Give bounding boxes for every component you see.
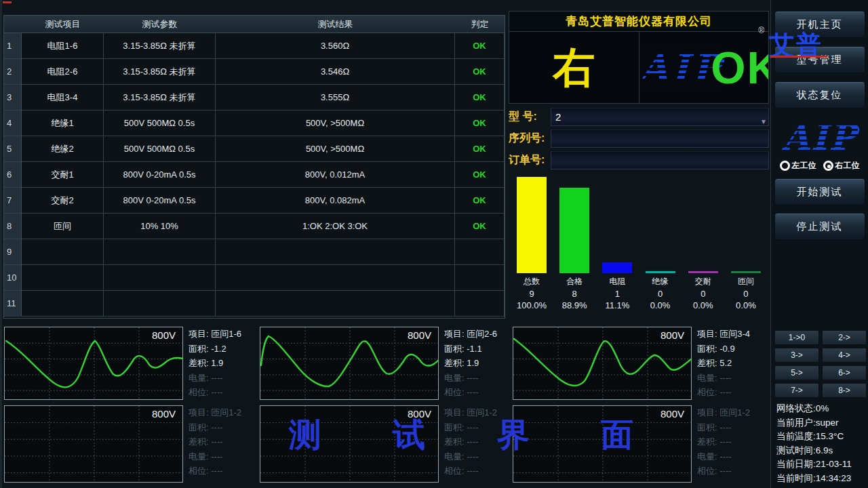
cell-test-item: 匝间: [22, 214, 104, 239]
channel-button[interactable]: 7->: [774, 383, 819, 398]
chevron-down-icon[interactable]: ▼: [760, 113, 767, 130]
station-indicator: 右: [509, 32, 639, 103]
model-value: 2: [555, 111, 561, 123]
bar-category-label: 总数: [524, 276, 540, 287]
cell-test-item: 电阻3-4: [22, 85, 104, 110]
cell-test-item: 电阻1-6: [22, 33, 104, 59]
bar-value-label: 8: [572, 289, 577, 299]
wave-info-line: 差积: 1.9: [444, 356, 513, 371]
row-number: 11: [4, 291, 22, 317]
cell-test-result: 500V, >500MΩ: [216, 136, 455, 162]
row-number: 5: [4, 136, 22, 162]
cell-test-item: [22, 291, 104, 317]
statistics-bar-chart: 总数9100.0%合格888.9%电阻111.1%绝缘00.0%交耐00.0%匝…: [509, 176, 769, 310]
status-line: 当前日期:21-03-11: [776, 458, 852, 472]
bar-value-label: 9: [529, 289, 534, 299]
serial-input[interactable]: [551, 129, 769, 148]
sidebar-button[interactable]: 状态复位: [774, 81, 865, 108]
model-select[interactable]: 2 ▼: [551, 108, 769, 126]
channel-button[interactable]: 5->: [774, 365, 819, 380]
status-line: 当前温度:15.3°C: [776, 430, 852, 444]
status-line: 网络状态:0%: [776, 402, 852, 416]
wave-info-line: 项目: 匝间1-2: [189, 405, 258, 420]
waveform-panel: 800V项目: 匝间1-6面积: -1.2差积: 1.9电量: ----相位: …: [4, 327, 258, 400]
oscilloscope-chart: 800V: [4, 327, 183, 400]
bar: [517, 177, 547, 273]
bar-category-label: 交耐: [695, 276, 711, 287]
voltage-label: 800V: [152, 329, 176, 341]
channel-grid: 1->02->3->4->5->6->7->8->: [774, 330, 867, 398]
bar-percent-label: 11.1%: [605, 300, 629, 310]
sidebar-aip-logo: AIP: [771, 117, 868, 156]
cell-test-param: 500V 500MΩ 0.5s: [104, 136, 216, 162]
result-indicator: AIP OK: [639, 32, 769, 103]
voltage-label: 800V: [152, 408, 176, 420]
sidebar: 开机主页型号管理状态复位 AIP 左工位右工位 开始测试停止测试 1->02->…: [770, 0, 868, 488]
bar-value-label: 1: [615, 289, 620, 299]
cell-test-item: 交耐2: [22, 188, 104, 214]
voltage-label: 800V: [408, 329, 431, 341]
status-line: 当前时间:14:34:23: [776, 472, 852, 486]
model-label: 型 号:: [509, 110, 551, 124]
cell-judge: [455, 291, 505, 317]
radio-icon[interactable]: [823, 161, 833, 171]
channel-button[interactable]: 2->: [822, 330, 867, 345]
oscilloscope-chart: 800V: [513, 327, 692, 400]
wave-info-line: 电量: ----: [189, 449, 258, 464]
cell-test-item: 绝缘1: [22, 110, 104, 136]
cell-test-item: [22, 265, 104, 291]
oscilloscope-chart: 800V: [260, 327, 439, 400]
cell-test-result: [216, 291, 455, 317]
channel-button[interactable]: 1->0: [774, 330, 819, 345]
cell-judge: OK: [455, 59, 505, 85]
bar-percent-label: 88.9%: [562, 300, 587, 310]
cell-test-result: 3.555Ω: [216, 85, 455, 110]
wave-info-line: 电量: ----: [189, 371, 258, 386]
company-name: 青岛艾普智能仪器有限公司: [566, 14, 712, 29]
bar-column: 电阻111.1%: [598, 176, 636, 310]
order-input[interactable]: [551, 151, 769, 169]
bar-percent-label: 100.0%: [517, 300, 547, 310]
bar-value-label: 0: [658, 289, 663, 299]
channel-button[interactable]: 3->: [774, 348, 819, 363]
channel-button[interactable]: 8->: [822, 383, 867, 398]
cell-test-result: 500V, >500MΩ: [216, 110, 455, 136]
test-control-button[interactable]: 停止测试: [774, 213, 865, 240]
wave-info-line: 项目: 匝间3-4: [697, 327, 766, 342]
bar-value-label: 0: [701, 289, 705, 299]
radio-icon[interactable]: [780, 161, 790, 171]
oscilloscope-chart: 800V: [4, 405, 183, 483]
bar: [646, 271, 675, 273]
bar-category-label: 合格: [566, 276, 583, 287]
station-radio[interactable]: 左工位: [780, 160, 816, 171]
bar-percent-label: 0.0%: [736, 300, 756, 310]
wave-info-line: 相位: ----: [697, 464, 766, 479]
bar-percent-label: 0.0%: [693, 300, 713, 310]
channel-button[interactable]: 4->: [822, 348, 867, 363]
radio-label: 右工位: [835, 160, 860, 171]
cell-test-param: 3.15-3.85Ω 未折算: [104, 33, 216, 59]
wave-info: 项目: 匝间1-2面积: ----差积: ----电量: ----相位: ---…: [189, 405, 258, 483]
cell-test-result: [216, 265, 455, 291]
corner-red-mark: [3, 1, 12, 3]
waveform-panel: 800V项目: 匝间2-6面积: -1.1差积: 1.9电量: ----相位: …: [260, 327, 513, 400]
header-judge: 判定: [455, 16, 505, 33]
wave-info-line: 电量: ----: [697, 449, 766, 464]
cell-judge: OK: [455, 188, 505, 214]
table-header-row: 测试项目 测试参数 测试结果 判定: [4, 16, 505, 33]
wave-info-line: 面积: -1.2: [189, 342, 258, 357]
row-number: 1: [4, 33, 22, 59]
status-line: 当前用户:super: [776, 416, 852, 430]
header-corner-cell: [4, 16, 22, 33]
station-radio[interactable]: 右工位: [823, 160, 860, 171]
channel-button[interactable]: 6->: [822, 365, 867, 380]
bar-category-label: 绝缘: [652, 276, 669, 287]
cell-test-param: [104, 265, 216, 291]
cell-test-result: 3.560Ω: [216, 33, 455, 59]
wave-info-line: 相位: ----: [697, 385, 766, 400]
row-number: 10: [4, 265, 22, 291]
bar-column: 合格888.9%: [555, 176, 593, 310]
test-control-button[interactable]: 开始测试: [774, 178, 865, 205]
row-number: 2: [4, 59, 22, 85]
wave-info-line: 项目: 匝间1-2: [697, 405, 766, 420]
